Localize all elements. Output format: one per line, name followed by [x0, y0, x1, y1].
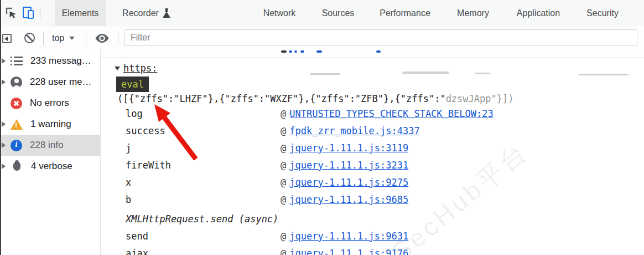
message-line-eval: eval — [116, 76, 644, 92]
frame-source-link[interactable]: jquery-1.11.1.js:9176 — [289, 248, 408, 255]
sidebar-item-label: 233 messag… — [30, 55, 91, 67]
search-highlighted-token: eval — [116, 76, 149, 92]
devtools-tabbar: Elements Recorder Console Network Source… — [1, 0, 644, 27]
stack-frame-row: success @fpdk_zrr_mobile.js:4337 — [126, 123, 644, 140]
info-icon — [11, 140, 22, 151]
chevron-down-icon — [69, 37, 75, 40]
sidebar-item-info[interactable]: 228 info — [1, 135, 100, 156]
at-symbol: @ — [281, 248, 286, 255]
sidebar-item-user-messages[interactable]: 228 user me… — [1, 72, 100, 93]
tab-network[interactable]: Network — [258, 0, 300, 26]
frame-function: ajax — [126, 245, 281, 255]
clear-console-icon[interactable] — [24, 33, 35, 43]
triangle-expanded-icon[interactable] — [115, 67, 120, 70]
stack-frame-row: send @jquery-1.11.1.js:9631 — [126, 228, 644, 245]
sidebar-item-verbose[interactable]: 4 verbose — [1, 156, 100, 177]
at-symbol: @ — [281, 194, 286, 205]
clipped-row-remnant — [289, 50, 292, 53]
sidebar-item-label: No errors — [30, 98, 69, 109]
stack-trace: log @UNTRUSTED_TYPES_CHECK_STACK_BELOW:2… — [126, 105, 644, 255]
stack-frame-row: j @jquery-1.11.1.js:3119 — [126, 140, 644, 157]
at-symbol: @ — [281, 160, 286, 171]
messages-list-icon — [11, 57, 23, 65]
clipped-row-remnant — [281, 50, 287, 53]
stack-frame-row: log @UNTRUSTED_TYPES_CHECK_STACK_BELOW:2… — [126, 105, 644, 123]
frame-source-link[interactable]: fpdk_zrr_mobile.js:4337 — [289, 125, 419, 136]
frame-source-link[interactable]: jquery-1.11.1.js:9631 — [289, 231, 408, 242]
stack-async-boundary-row: XMLHttpRequest.send (async) — [126, 211, 644, 228]
frame-source-link[interactable]: jquery-1.11.1.js:3231 — [289, 160, 408, 171]
frame-function: fireWith — [126, 157, 281, 174]
tab-sources[interactable]: Sources — [318, 0, 358, 26]
expander-icon[interactable] — [2, 79, 6, 85]
tab-elements-label: Elements — [62, 8, 99, 18]
tab-application-label: Application — [517, 8, 560, 18]
stack-frame-row: x @jquery-1.11.1.js:9275 — [126, 174, 644, 191]
tab-sources-label: Sources — [322, 8, 355, 18]
tab-memory[interactable]: Memory — [452, 0, 494, 26]
sidebar-item-errors[interactable]: No errors — [1, 93, 100, 114]
device-toolbar-icon[interactable] — [23, 7, 34, 19]
at-symbol: @ — [281, 231, 286, 242]
flask-icon — [163, 8, 171, 18]
frame-function: success — [126, 123, 281, 140]
tab-recorder-label: Recorder — [122, 8, 159, 18]
frame-source-link[interactable]: UNTRUSTED_TYPES_CHECK_STACK_BELOW:23 — [289, 108, 493, 119]
frame-function: log — [126, 105, 281, 123]
hide-console-sidebar-icon[interactable] — [2, 34, 12, 43]
stack-frame-row: fireWith @jquery-1.11.1.js:3231 — [126, 157, 644, 174]
bug-icon — [13, 162, 20, 171]
console-sidebar: 233 messag… 228 user me… No errors 1 war… — [1, 49, 101, 255]
tab-performance-label: Performance — [380, 8, 430, 18]
devtools-window: Elements Recorder Console Network Source… — [0, 0, 644, 255]
expander-icon[interactable] — [2, 58, 6, 64]
tab-recorder[interactable]: Recorder — [111, 0, 182, 26]
tab-application[interactable]: Application — [511, 0, 566, 26]
sidebar-item-all-messages[interactable]: 233 messag… — [1, 50, 100, 72]
message-line-args: ([{"zffs":"LHZF"},{"zffs":"WXZF"},{"zffs… — [117, 92, 644, 105]
frame-source-link[interactable]: jquery-1.11.1.js:3119 — [289, 142, 408, 154]
frame-source-link[interactable]: jquery-1.11.1.js:9685 — [289, 194, 408, 205]
frame-source-link[interactable]: jquery-1.11.1.js:9275 — [289, 177, 408, 188]
frame-function: b — [126, 191, 281, 208]
tab-elements[interactable]: Elements — [55, 0, 106, 26]
tab-performance[interactable]: Performance — [375, 0, 435, 26]
frame-function: XMLHttpRequest.send (async) — [126, 211, 278, 228]
at-symbol: @ — [281, 142, 286, 154]
stack-frame-row: ajax @jquery-1.11.1.js:9176 — [126, 245, 644, 255]
expander-icon[interactable] — [2, 164, 6, 169]
clipped-row-remnant — [376, 50, 381, 53]
warning-icon — [11, 119, 23, 130]
inspect-element-icon[interactable] — [5, 7, 18, 20]
tab-memory-label: Memory — [457, 8, 489, 18]
sidebar-item-warnings[interactable]: 1 warning — [1, 114, 100, 135]
sidebar-item-label: 1 warning — [30, 119, 71, 130]
clipped-row-remnant — [294, 50, 297, 53]
expander-icon[interactable] — [2, 142, 6, 148]
filter-input[interactable] — [124, 29, 637, 46]
sidebar-item-label: 228 info — [30, 140, 64, 151]
frame-function: x — [126, 174, 281, 191]
console-message-group: https: eval ([{"zffs":"LHZF"},{"zffs":"W… — [101, 58, 644, 255]
toolbar-divider — [118, 32, 118, 45]
expander-icon[interactable] — [2, 121, 6, 127]
args-text: ([{"zffs":"LHZF"},{"zffs":"WXZF"},{"zffs… — [117, 93, 446, 104]
tab-network-label: Network — [263, 8, 296, 18]
console-messages-pane: SecHub平台 https: eval ([{"zffs":"LHZF"},{… — [101, 49, 644, 255]
message-group-header[interactable]: https: — [115, 61, 644, 75]
at-symbol: @ — [281, 177, 286, 188]
clipped-row-remnant — [300, 50, 304, 53]
message-source-url-link[interactable]: https: — [123, 61, 157, 75]
toolbar-divider — [86, 32, 86, 45]
toolbar-divider — [43, 32, 44, 45]
toolbar-divider — [40, 6, 40, 21]
args-text-faded: dzswJApp"}]) — [446, 93, 514, 104]
error-icon — [11, 98, 22, 109]
frame-function: send — [126, 228, 281, 245]
user-icon — [11, 76, 22, 88]
live-expression-eye-icon[interactable] — [95, 33, 110, 43]
clipped-row-remnant — [316, 50, 322, 53]
tab-security[interactable]: Security — [583, 0, 622, 26]
javascript-context-dropdown[interactable]: top — [52, 32, 75, 45]
at-symbol: @ — [281, 125, 286, 136]
